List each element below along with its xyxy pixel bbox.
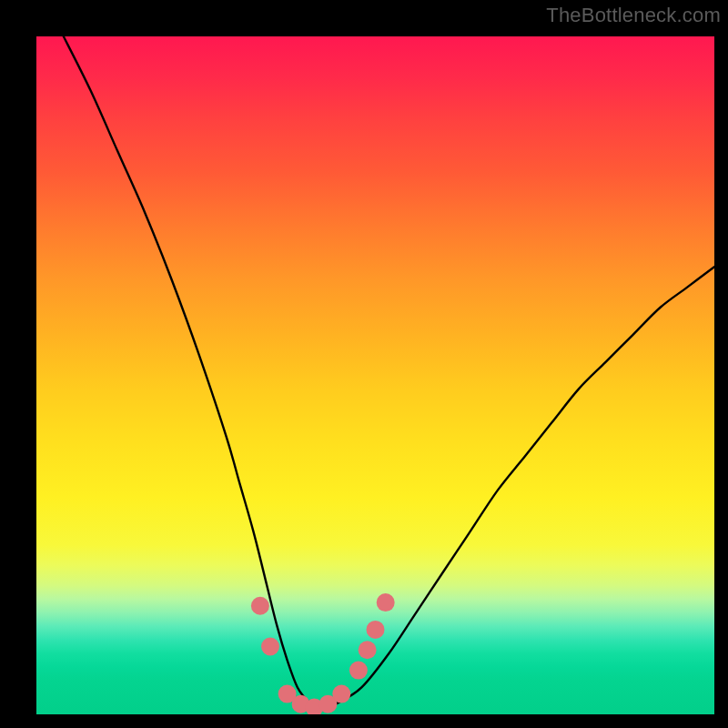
curve-marker [251, 597, 269, 615]
curve-marker [359, 641, 377, 659]
curve-marker [349, 662, 368, 680]
curve-marker [261, 638, 279, 656]
curve-marker [367, 621, 385, 639]
curve-marker [332, 685, 350, 703]
chart-svg [36, 36, 714, 714]
plot-area [36, 36, 714, 714]
chart-frame: TheBottleneck.com [0, 0, 728, 728]
watermark-text: TheBottleneck.com [546, 4, 721, 27]
curve-marker [377, 593, 395, 612]
